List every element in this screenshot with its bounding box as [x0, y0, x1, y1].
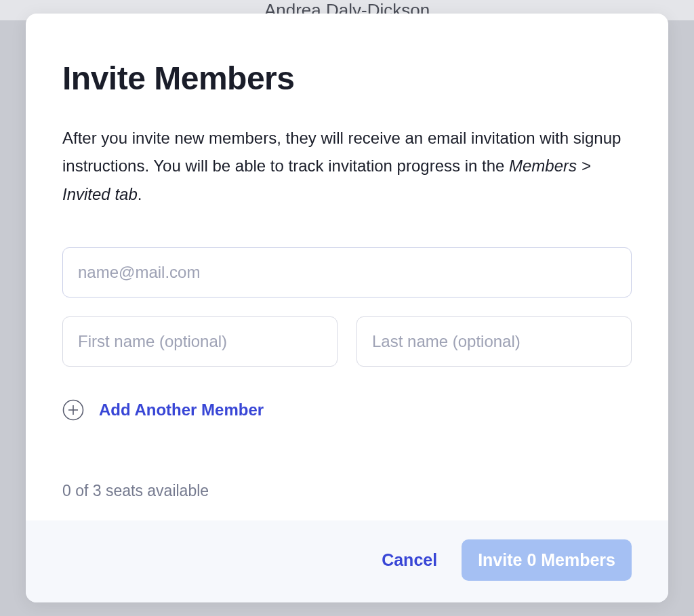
modal-footer: Cancel Invite 0 Members: [26, 520, 668, 602]
email-input[interactable]: [62, 247, 632, 297]
invite-button[interactable]: Invite 0 Members: [462, 539, 632, 581]
invite-members-modal: Invite Members After you invite new memb…: [26, 14, 668, 602]
add-another-member-button[interactable]: Add Another Member: [62, 399, 632, 421]
cancel-button[interactable]: Cancel: [382, 550, 437, 570]
modal-title: Invite Members: [62, 60, 632, 97]
seats-available-text: 0 of 3 seats available: [62, 482, 632, 500]
last-name-input[interactable]: [356, 316, 632, 367]
first-name-input[interactable]: [62, 316, 338, 367]
modal-description-suffix: .: [138, 185, 142, 203]
add-another-member-label: Add Another Member: [99, 401, 264, 419]
modal-description: After you invite new members, they will …: [62, 124, 632, 208]
plus-circle-icon: [62, 399, 84, 421]
